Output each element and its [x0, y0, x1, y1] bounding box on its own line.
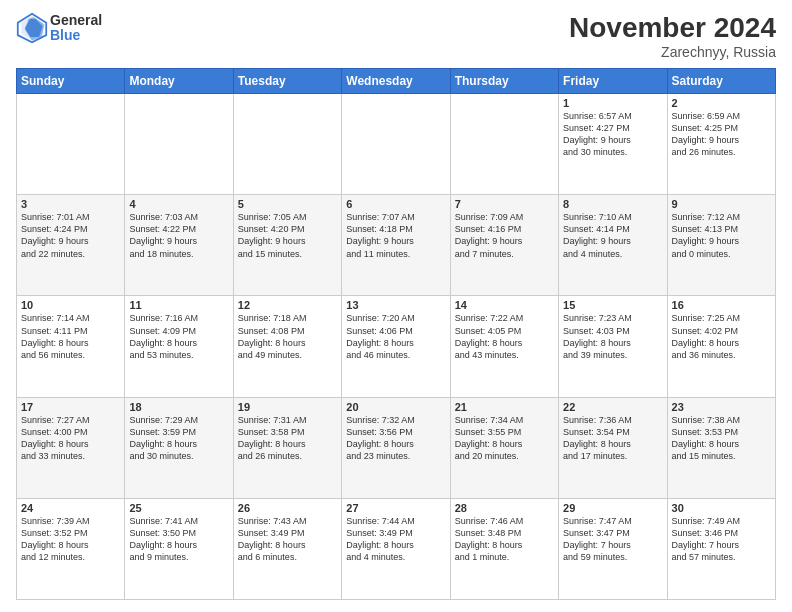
logo: General Blue [16, 12, 102, 44]
day-number: 12 [238, 299, 337, 311]
day-number: 24 [21, 502, 120, 514]
day-info: Sunrise: 7:47 AM Sunset: 3:47 PM Dayligh… [563, 515, 662, 564]
day-number: 3 [21, 198, 120, 210]
day-info: Sunrise: 7:05 AM Sunset: 4:20 PM Dayligh… [238, 211, 337, 260]
col-saturday: Saturday [667, 69, 775, 94]
calendar-body: 1Sunrise: 6:57 AM Sunset: 4:27 PM Daylig… [17, 94, 776, 600]
day-cell: 4Sunrise: 7:03 AM Sunset: 4:22 PM Daylig… [125, 195, 233, 296]
day-info: Sunrise: 7:27 AM Sunset: 4:00 PM Dayligh… [21, 414, 120, 463]
day-cell: 28Sunrise: 7:46 AM Sunset: 3:48 PM Dayli… [450, 498, 558, 599]
day-info: Sunrise: 7:10 AM Sunset: 4:14 PM Dayligh… [563, 211, 662, 260]
day-info: Sunrise: 7:23 AM Sunset: 4:03 PM Dayligh… [563, 312, 662, 361]
day-number: 9 [672, 198, 771, 210]
col-thursday: Thursday [450, 69, 558, 94]
day-number: 17 [21, 401, 120, 413]
day-cell: 15Sunrise: 7:23 AM Sunset: 4:03 PM Dayli… [559, 296, 667, 397]
day-number: 20 [346, 401, 445, 413]
week-row-4: 24Sunrise: 7:39 AM Sunset: 3:52 PM Dayli… [17, 498, 776, 599]
logo-general-text: General [50, 13, 102, 28]
day-cell: 29Sunrise: 7:47 AM Sunset: 3:47 PM Dayli… [559, 498, 667, 599]
col-wednesday: Wednesday [342, 69, 450, 94]
day-number: 28 [455, 502, 554, 514]
col-friday: Friday [559, 69, 667, 94]
day-info: Sunrise: 7:44 AM Sunset: 3:49 PM Dayligh… [346, 515, 445, 564]
calendar: Sunday Monday Tuesday Wednesday Thursday… [16, 68, 776, 600]
day-info: Sunrise: 7:39 AM Sunset: 3:52 PM Dayligh… [21, 515, 120, 564]
day-cell: 18Sunrise: 7:29 AM Sunset: 3:59 PM Dayli… [125, 397, 233, 498]
day-info: Sunrise: 7:01 AM Sunset: 4:24 PM Dayligh… [21, 211, 120, 260]
day-number: 4 [129, 198, 228, 210]
calendar-header: Sunday Monday Tuesday Wednesday Thursday… [17, 69, 776, 94]
title-area: November 2024 Zarechnyy, Russia [569, 12, 776, 60]
day-info: Sunrise: 7:49 AM Sunset: 3:46 PM Dayligh… [672, 515, 771, 564]
day-cell: 30Sunrise: 7:49 AM Sunset: 3:46 PM Dayli… [667, 498, 775, 599]
day-number: 5 [238, 198, 337, 210]
day-info: Sunrise: 7:46 AM Sunset: 3:48 PM Dayligh… [455, 515, 554, 564]
day-number: 21 [455, 401, 554, 413]
weekday-row: Sunday Monday Tuesday Wednesday Thursday… [17, 69, 776, 94]
day-number: 13 [346, 299, 445, 311]
day-number: 26 [238, 502, 337, 514]
day-cell [125, 94, 233, 195]
day-info: Sunrise: 7:41 AM Sunset: 3:50 PM Dayligh… [129, 515, 228, 564]
day-info: Sunrise: 7:03 AM Sunset: 4:22 PM Dayligh… [129, 211, 228, 260]
day-cell: 17Sunrise: 7:27 AM Sunset: 4:00 PM Dayli… [17, 397, 125, 498]
day-cell: 22Sunrise: 7:36 AM Sunset: 3:54 PM Dayli… [559, 397, 667, 498]
day-number: 2 [672, 97, 771, 109]
day-info: Sunrise: 7:22 AM Sunset: 4:05 PM Dayligh… [455, 312, 554, 361]
day-cell [450, 94, 558, 195]
week-row-2: 10Sunrise: 7:14 AM Sunset: 4:11 PM Dayli… [17, 296, 776, 397]
day-number: 7 [455, 198, 554, 210]
day-cell: 16Sunrise: 7:25 AM Sunset: 4:02 PM Dayli… [667, 296, 775, 397]
week-row-3: 17Sunrise: 7:27 AM Sunset: 4:00 PM Dayli… [17, 397, 776, 498]
day-info: Sunrise: 7:38 AM Sunset: 3:53 PM Dayligh… [672, 414, 771, 463]
day-number: 22 [563, 401, 662, 413]
day-cell: 7Sunrise: 7:09 AM Sunset: 4:16 PM Daylig… [450, 195, 558, 296]
day-info: Sunrise: 7:12 AM Sunset: 4:13 PM Dayligh… [672, 211, 771, 260]
day-cell: 19Sunrise: 7:31 AM Sunset: 3:58 PM Dayli… [233, 397, 341, 498]
day-info: Sunrise: 7:29 AM Sunset: 3:59 PM Dayligh… [129, 414, 228, 463]
col-tuesday: Tuesday [233, 69, 341, 94]
day-number: 10 [21, 299, 120, 311]
day-number: 6 [346, 198, 445, 210]
week-row-0: 1Sunrise: 6:57 AM Sunset: 4:27 PM Daylig… [17, 94, 776, 195]
header: General Blue November 2024 Zarechnyy, Ru… [16, 12, 776, 60]
day-cell: 13Sunrise: 7:20 AM Sunset: 4:06 PM Dayli… [342, 296, 450, 397]
day-info: Sunrise: 7:25 AM Sunset: 4:02 PM Dayligh… [672, 312, 771, 361]
day-cell: 11Sunrise: 7:16 AM Sunset: 4:09 PM Dayli… [125, 296, 233, 397]
day-number: 15 [563, 299, 662, 311]
day-cell: 27Sunrise: 7:44 AM Sunset: 3:49 PM Dayli… [342, 498, 450, 599]
month-title: November 2024 [569, 12, 776, 44]
day-number: 29 [563, 502, 662, 514]
day-cell: 1Sunrise: 6:57 AM Sunset: 4:27 PM Daylig… [559, 94, 667, 195]
logo-text: General Blue [50, 13, 102, 44]
day-cell: 2Sunrise: 6:59 AM Sunset: 4:25 PM Daylig… [667, 94, 775, 195]
day-number: 8 [563, 198, 662, 210]
day-number: 1 [563, 97, 662, 109]
page: General Blue November 2024 Zarechnyy, Ru… [0, 0, 792, 612]
day-info: Sunrise: 7:14 AM Sunset: 4:11 PM Dayligh… [21, 312, 120, 361]
day-number: 30 [672, 502, 771, 514]
day-cell: 23Sunrise: 7:38 AM Sunset: 3:53 PM Dayli… [667, 397, 775, 498]
day-cell: 21Sunrise: 7:34 AM Sunset: 3:55 PM Dayli… [450, 397, 558, 498]
day-number: 25 [129, 502, 228, 514]
day-number: 18 [129, 401, 228, 413]
day-number: 11 [129, 299, 228, 311]
logo-blue-text: Blue [50, 28, 102, 43]
day-number: 23 [672, 401, 771, 413]
day-cell [342, 94, 450, 195]
day-cell: 20Sunrise: 7:32 AM Sunset: 3:56 PM Dayli… [342, 397, 450, 498]
day-info: Sunrise: 6:57 AM Sunset: 4:27 PM Dayligh… [563, 110, 662, 159]
day-cell: 26Sunrise: 7:43 AM Sunset: 3:49 PM Dayli… [233, 498, 341, 599]
day-number: 16 [672, 299, 771, 311]
day-cell: 12Sunrise: 7:18 AM Sunset: 4:08 PM Dayli… [233, 296, 341, 397]
day-number: 27 [346, 502, 445, 514]
day-cell: 6Sunrise: 7:07 AM Sunset: 4:18 PM Daylig… [342, 195, 450, 296]
day-number: 19 [238, 401, 337, 413]
day-number: 14 [455, 299, 554, 311]
day-info: Sunrise: 7:43 AM Sunset: 3:49 PM Dayligh… [238, 515, 337, 564]
day-cell: 25Sunrise: 7:41 AM Sunset: 3:50 PM Dayli… [125, 498, 233, 599]
day-cell: 9Sunrise: 7:12 AM Sunset: 4:13 PM Daylig… [667, 195, 775, 296]
day-info: Sunrise: 7:32 AM Sunset: 3:56 PM Dayligh… [346, 414, 445, 463]
day-cell: 5Sunrise: 7:05 AM Sunset: 4:20 PM Daylig… [233, 195, 341, 296]
